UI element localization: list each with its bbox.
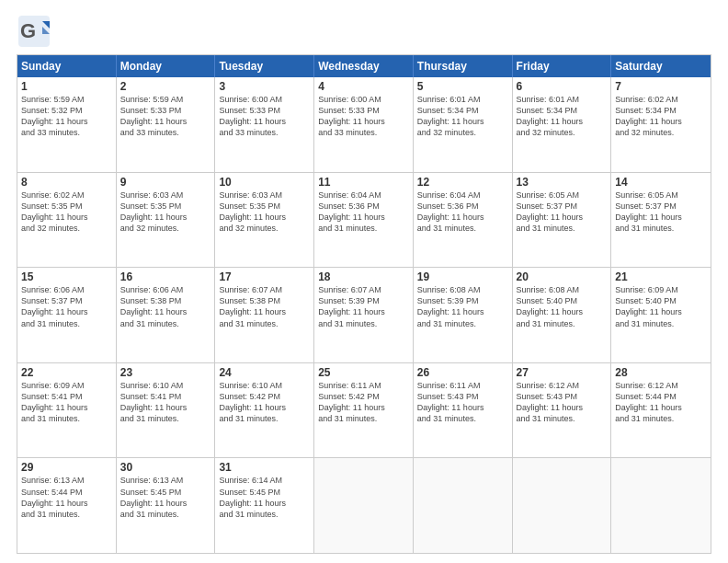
day-cell-15: 15Sunrise: 6:06 AMSunset: 5:37 PMDayligh… <box>17 268 117 362</box>
day-cell-22: 22Sunrise: 6:09 AMSunset: 5:41 PMDayligh… <box>17 363 117 458</box>
day-info: Sunrise: 6:03 AMSunset: 5:35 PMDaylight:… <box>120 190 211 235</box>
day-info: Sunrise: 6:08 AMSunset: 5:40 PMDaylight:… <box>517 284 608 329</box>
day-cell-14: 14Sunrise: 6:05 AMSunset: 5:37 PMDayligh… <box>611 173 711 268</box>
day-cell-31: 31Sunrise: 6:14 AMSunset: 5:45 PMDayligh… <box>215 458 314 553</box>
calendar-row-4: 22Sunrise: 6:09 AMSunset: 5:41 PMDayligh… <box>17 362 711 458</box>
header-day-wednesday: Wednesday <box>314 55 414 77</box>
day-number: 6 <box>517 80 608 93</box>
header-day-thursday: Thursday <box>414 55 513 77</box>
day-number: 3 <box>219 80 310 93</box>
header-day-sunday: Sunday <box>17 55 117 77</box>
day-number: 10 <box>219 176 310 189</box>
header-day-saturday: Saturday <box>611 55 711 77</box>
day-number: 21 <box>615 270 707 283</box>
day-cell-28: 28Sunrise: 6:12 AMSunset: 5:44 PMDayligh… <box>611 363 711 458</box>
day-cell-8: 8Sunrise: 6:02 AMSunset: 5:35 PMDaylight… <box>17 173 117 268</box>
day-cell-29: 29Sunrise: 6:13 AMSunset: 5:44 PMDayligh… <box>17 458 117 553</box>
day-cell-13: 13Sunrise: 6:05 AMSunset: 5:37 PMDayligh… <box>513 173 612 268</box>
day-number: 13 <box>517 176 608 189</box>
day-info: Sunrise: 6:09 AMSunset: 5:40 PMDaylight:… <box>615 284 707 329</box>
day-number: 8 <box>21 176 112 189</box>
day-cell-2: 2Sunrise: 5:59 AMSunset: 5:33 PMDaylight… <box>117 77 216 172</box>
day-number: 22 <box>21 366 112 379</box>
calendar-header: SundayMondayTuesdayWednesdayThursdayFrid… <box>17 55 711 77</box>
day-number: 14 <box>615 176 707 189</box>
header-day-monday: Monday <box>117 55 216 77</box>
day-cell-25: 25Sunrise: 6:11 AMSunset: 5:42 PMDayligh… <box>314 363 414 458</box>
day-cell-1: 1Sunrise: 5:59 AMSunset: 5:32 PMDaylight… <box>17 77 117 172</box>
calendar: SundayMondayTuesdayWednesdayThursdayFrid… <box>17 54 711 554</box>
calendar-row-1: 1Sunrise: 5:59 AMSunset: 5:32 PMDaylight… <box>17 77 711 172</box>
day-number: 2 <box>120 80 211 93</box>
day-number: 27 <box>517 366 608 379</box>
day-info: Sunrise: 6:02 AMSunset: 5:35 PMDaylight:… <box>21 190 112 235</box>
day-cell-19: 19Sunrise: 6:08 AMSunset: 5:39 PMDayligh… <box>414 268 513 362</box>
header-day-friday: Friday <box>513 55 612 77</box>
day-cell-20: 20Sunrise: 6:08 AMSunset: 5:40 PMDayligh… <box>513 268 612 362</box>
day-number: 25 <box>318 366 409 379</box>
header: G <box>17 14 711 49</box>
day-number: 28 <box>615 366 707 379</box>
day-number: 30 <box>120 461 211 474</box>
day-cell-11: 11Sunrise: 6:04 AMSunset: 5:36 PMDayligh… <box>314 173 414 268</box>
day-cell-6: 6Sunrise: 6:01 AMSunset: 5:34 PMDaylight… <box>513 77 612 172</box>
day-cell-21: 21Sunrise: 6:09 AMSunset: 5:40 PMDayligh… <box>611 268 711 362</box>
day-info: Sunrise: 6:04 AMSunset: 5:36 PMDaylight:… <box>417 190 508 235</box>
day-info: Sunrise: 6:12 AMSunset: 5:43 PMDaylight:… <box>517 380 608 425</box>
day-cell-18: 18Sunrise: 6:07 AMSunset: 5:39 PMDayligh… <box>314 268 414 362</box>
day-number: 26 <box>417 366 508 379</box>
day-cell-12: 12Sunrise: 6:04 AMSunset: 5:36 PMDayligh… <box>414 173 513 268</box>
day-number: 20 <box>517 270 608 283</box>
day-info: Sunrise: 6:12 AMSunset: 5:44 PMDaylight:… <box>615 380 707 425</box>
day-number: 29 <box>21 461 112 474</box>
day-number: 1 <box>21 80 112 93</box>
day-info: Sunrise: 5:59 AMSunset: 5:33 PMDaylight:… <box>120 94 211 139</box>
day-info: Sunrise: 6:04 AMSunset: 5:36 PMDaylight:… <box>318 190 409 235</box>
empty-cell-4-4 <box>414 458 513 553</box>
day-cell-17: 17Sunrise: 6:07 AMSunset: 5:38 PMDayligh… <box>215 268 314 362</box>
day-info: Sunrise: 6:13 AMSunset: 5:45 PMDaylight:… <box>120 475 211 520</box>
calendar-row-5: 29Sunrise: 6:13 AMSunset: 5:44 PMDayligh… <box>17 457 711 553</box>
day-number: 7 <box>615 80 707 93</box>
logo-icon: G <box>17 14 51 49</box>
day-info: Sunrise: 6:10 AMSunset: 5:42 PMDaylight:… <box>219 380 310 425</box>
day-info: Sunrise: 6:11 AMSunset: 5:43 PMDaylight:… <box>417 380 508 425</box>
day-number: 16 <box>120 270 211 283</box>
day-info: Sunrise: 6:03 AMSunset: 5:35 PMDaylight:… <box>219 190 310 235</box>
day-info: Sunrise: 6:14 AMSunset: 5:45 PMDaylight:… <box>219 475 310 520</box>
day-info: Sunrise: 6:00 AMSunset: 5:33 PMDaylight:… <box>318 94 409 139</box>
day-number: 23 <box>120 366 211 379</box>
day-info: Sunrise: 6:07 AMSunset: 5:39 PMDaylight:… <box>318 284 409 329</box>
day-cell-3: 3Sunrise: 6:00 AMSunset: 5:33 PMDaylight… <box>215 77 314 172</box>
day-info: Sunrise: 6:05 AMSunset: 5:37 PMDaylight:… <box>615 190 707 235</box>
empty-cell-4-6 <box>611 458 711 553</box>
empty-cell-4-3 <box>314 458 414 553</box>
day-info: Sunrise: 5:59 AMSunset: 5:32 PMDaylight:… <box>21 94 112 139</box>
page: G SundayMondayTuesdayWednesdayThursdayFr… <box>0 0 728 563</box>
day-number: 11 <box>318 176 409 189</box>
day-info: Sunrise: 6:05 AMSunset: 5:37 PMDaylight:… <box>517 190 608 235</box>
day-cell-5: 5Sunrise: 6:01 AMSunset: 5:34 PMDaylight… <box>414 77 513 172</box>
day-info: Sunrise: 6:07 AMSunset: 5:38 PMDaylight:… <box>219 284 310 329</box>
day-cell-23: 23Sunrise: 6:10 AMSunset: 5:41 PMDayligh… <box>117 363 216 458</box>
day-number: 31 <box>219 461 310 474</box>
day-number: 24 <box>219 366 310 379</box>
day-info: Sunrise: 6:08 AMSunset: 5:39 PMDaylight:… <box>417 284 508 329</box>
day-cell-16: 16Sunrise: 6:06 AMSunset: 5:38 PMDayligh… <box>117 268 216 362</box>
day-info: Sunrise: 6:01 AMSunset: 5:34 PMDaylight:… <box>417 94 508 139</box>
calendar-body: 1Sunrise: 5:59 AMSunset: 5:32 PMDaylight… <box>17 77 711 553</box>
empty-cell-4-5 <box>513 458 612 553</box>
day-number: 15 <box>21 270 112 283</box>
day-info: Sunrise: 6:06 AMSunset: 5:38 PMDaylight:… <box>120 284 211 329</box>
day-cell-30: 30Sunrise: 6:13 AMSunset: 5:45 PMDayligh… <box>117 458 216 553</box>
logo: G <box>17 14 55 49</box>
svg-text:G: G <box>20 19 36 42</box>
day-info: Sunrise: 6:00 AMSunset: 5:33 PMDaylight:… <box>219 94 310 139</box>
header-day-tuesday: Tuesday <box>215 55 314 77</box>
day-number: 19 <box>417 270 508 283</box>
day-cell-10: 10Sunrise: 6:03 AMSunset: 5:35 PMDayligh… <box>215 173 314 268</box>
calendar-row-3: 15Sunrise: 6:06 AMSunset: 5:37 PMDayligh… <box>17 267 711 362</box>
day-cell-7: 7Sunrise: 6:02 AMSunset: 5:34 PMDaylight… <box>611 77 711 172</box>
day-number: 12 <box>417 176 508 189</box>
day-info: Sunrise: 6:06 AMSunset: 5:37 PMDaylight:… <box>21 284 112 329</box>
